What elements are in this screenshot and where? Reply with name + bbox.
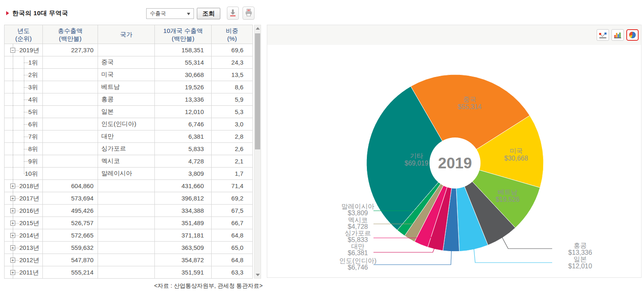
collapse-icon[interactable]: − bbox=[10, 48, 15, 53]
share-cell: 64,8 bbox=[212, 229, 253, 242]
share-cell: 13,5 bbox=[212, 69, 253, 81]
share-cell: 2,6 bbox=[212, 143, 253, 155]
chevron-down-icon bbox=[187, 13, 190, 15]
scroll-down-button[interactable] bbox=[254, 271, 261, 278]
table-scrollbar[interactable] bbox=[254, 25, 261, 279]
top10-exports-cell: 351,489 bbox=[155, 217, 212, 229]
country-cell bbox=[98, 217, 155, 229]
scroll-up-button[interactable] bbox=[254, 25, 261, 32]
rank-cell: 6위 bbox=[5, 118, 43, 130]
expand-icon[interactable]: + bbox=[10, 270, 15, 275]
table-row: 2위미국30,66813,5 bbox=[5, 69, 253, 81]
share-cell: 63,3 bbox=[212, 266, 253, 279]
top10-exports-cell: 4,728 bbox=[155, 155, 212, 168]
table-row: 6위인도(인디아)6,7463,0 bbox=[5, 118, 253, 130]
expand-icon[interactable]: + bbox=[10, 208, 15, 213]
expand-icon[interactable]: + bbox=[10, 184, 15, 189]
country-cell: 일본 bbox=[98, 106, 155, 118]
top10-exports-cell: 354,872 bbox=[155, 254, 212, 266]
trade-type-select[interactable]: 수출국 bbox=[146, 8, 194, 19]
country-cell: 미국 bbox=[98, 69, 155, 81]
total-exports-cell bbox=[43, 130, 98, 143]
share-cell: 71,4 bbox=[212, 180, 253, 192]
trade-table-header: 년도(순위)총수출액(백만불)국가10개국 수출액(백만불)비중(%) bbox=[5, 25, 253, 44]
slice-value-기타: $69,019 bbox=[404, 160, 428, 167]
center-year-label: 2019 bbox=[438, 155, 472, 172]
country-cell bbox=[98, 242, 155, 254]
country-cell: 홍콩 bbox=[98, 93, 155, 106]
slice-label-일본: 일본 bbox=[574, 256, 587, 263]
rank-cell: 1위 bbox=[5, 56, 43, 69]
total-exports-cell: 559,632 bbox=[43, 242, 98, 254]
table-row: +2014년572,665371,18164,8 bbox=[5, 229, 253, 242]
year-cell: +2012년 bbox=[5, 254, 43, 266]
leader-line-일본 bbox=[474, 245, 552, 263]
page-title-text: 한국의 10대 무역국 bbox=[12, 9, 68, 16]
query-button[interactable]: 조회 bbox=[197, 8, 220, 19]
print-button[interactable] bbox=[243, 7, 254, 20]
table-row: +2011년555,214351,59163,3 bbox=[5, 266, 253, 279]
top10-exports-cell: 6,381 bbox=[155, 130, 212, 143]
download-button[interactable] bbox=[227, 7, 239, 20]
column-header-2: 국가 bbox=[98, 25, 155, 44]
total-exports-cell bbox=[43, 143, 98, 155]
slice-label-대만: 대만 bbox=[351, 243, 364, 250]
year-cell: +2015년 bbox=[5, 217, 43, 229]
year-cell: +2016년 bbox=[5, 205, 43, 217]
rank-cell: 10위 bbox=[5, 168, 43, 180]
total-exports-cell bbox=[43, 81, 98, 93]
triangle-down-icon bbox=[256, 274, 260, 276]
top10-exports-cell: 3,809 bbox=[155, 168, 212, 180]
total-exports-cell: 547,870 bbox=[43, 254, 98, 266]
country-cell: 멕시코 bbox=[98, 155, 155, 168]
slice-value-인도(인디아): $6,746 bbox=[348, 264, 368, 271]
table-row: 7위대만6,3812,8 bbox=[5, 130, 253, 143]
slice-value-중국: $55,314 bbox=[458, 103, 482, 110]
total-exports-cell bbox=[43, 93, 98, 106]
scrollbar-thumb[interactable] bbox=[255, 33, 260, 149]
total-exports-cell: 526,757 bbox=[43, 217, 98, 229]
total-exports-cell bbox=[43, 106, 98, 118]
top10-exports-cell: 5,833 bbox=[155, 143, 212, 155]
slice-label-홍콩: 홍콩 bbox=[574, 242, 587, 249]
expand-icon[interactable]: + bbox=[10, 221, 15, 226]
share-cell: 66,7 bbox=[212, 217, 253, 229]
table-row: +2018년604,860431,66071,4 bbox=[5, 180, 253, 192]
share-cell: 2,1 bbox=[212, 155, 253, 168]
expand-icon[interactable]: + bbox=[10, 233, 15, 238]
rank-cell: 3위 bbox=[5, 81, 43, 93]
top10-exports-cell: 158,351 bbox=[155, 44, 212, 56]
top10-exports-cell: 351,591 bbox=[155, 266, 212, 279]
table-row: +2017년573,694396,81269,2 bbox=[5, 192, 253, 205]
total-exports-cell: 495,426 bbox=[43, 205, 98, 217]
table-row: 9위멕시코4,7282,1 bbox=[5, 155, 253, 168]
table-row: 10위말레이시아3,8091,7 bbox=[5, 168, 253, 180]
trade-table: 년도(순위)총수출액(백만불)국가10개국 수출액(백만불)비중(%) −201… bbox=[4, 25, 253, 279]
rank-cell: 9위 bbox=[5, 155, 43, 168]
share-cell: 3,0 bbox=[212, 118, 253, 130]
slice-label-베트남: 베트남 bbox=[498, 189, 518, 196]
slice-value-말레이시아: $3,809 bbox=[348, 210, 368, 217]
top10-exports-cell: 12,010 bbox=[155, 106, 212, 118]
column-header-1: 총수출액(백만불) bbox=[43, 25, 98, 44]
slice-value-멕시코: $4,728 bbox=[348, 223, 368, 230]
donut-chart: 중국$55,314미국$30,668베트남$19,526홍콩$13,336일본$… bbox=[267, 25, 642, 278]
country-cell bbox=[98, 180, 155, 192]
year-cell: +2017년 bbox=[5, 192, 43, 205]
total-exports-cell: 227,370 bbox=[43, 44, 98, 56]
top10-exports-cell: 19,526 bbox=[155, 81, 212, 93]
expand-icon[interactable]: + bbox=[10, 245, 15, 250]
share-cell: 2,8 bbox=[212, 130, 253, 143]
table-row: −2019년227,370158,35169,6 bbox=[5, 44, 253, 56]
share-cell: 5,3 bbox=[212, 106, 253, 118]
rank-cell: 8위 bbox=[5, 143, 43, 155]
expand-icon[interactable]: + bbox=[10, 258, 15, 263]
top10-exports-cell: 6,746 bbox=[155, 118, 212, 130]
country-cell bbox=[98, 229, 155, 242]
country-cell: 중국 bbox=[98, 56, 155, 69]
expand-icon[interactable]: + bbox=[10, 196, 15, 201]
top10-exports-cell: 431,660 bbox=[155, 180, 212, 192]
table-row: 5위일본12,0105,3 bbox=[5, 106, 253, 118]
total-exports-cell: 573,694 bbox=[43, 192, 98, 205]
share-cell: 67,5 bbox=[212, 205, 253, 217]
